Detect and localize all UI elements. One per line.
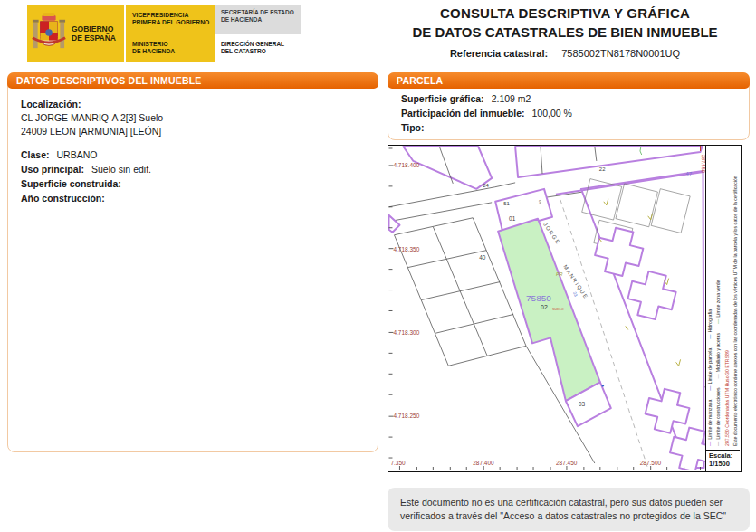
field-tipo: Tipo: xyxy=(401,121,736,135)
document-title-line1: CONSULTA DESCRIPTIVA Y GRÁFICA xyxy=(380,5,750,21)
cadastral-map-frame: 4.718.400 4.718.350 4.718.300 4.718.250 … xyxy=(388,145,742,472)
datos-descriptivos-body: Localización: CL JORGE MANRIQ-A 2[3] Sue… xyxy=(8,89,378,214)
ministerio-label: MINISTERIO DE HACIENDA xyxy=(132,41,209,55)
y-axis-label: 4.718.400 xyxy=(393,162,419,168)
legend-dash: — xyxy=(707,442,713,446)
localizacion-label: Localización: xyxy=(21,98,365,111)
document-title-line2: DE DATOS CATASTRALES DE BIEN INMUEBLE xyxy=(380,24,750,40)
datos-descriptivos-panel: DATOS DESCRIPTIVOS DEL INMUEBLE Localiza… xyxy=(7,72,378,452)
parcela-column: PARCELA Superficie gráfica: 2.109 m2 Par… xyxy=(388,72,750,532)
manzana-top-mid xyxy=(515,147,702,177)
legend-dash: — xyxy=(715,374,721,378)
field-uso-principal: Uso principal: Suelo sin edif. xyxy=(21,163,365,176)
road-number-51: 51 xyxy=(503,201,510,206)
document-title-block: CONSULTA DESCRIPTIVA Y GRÁFICA DE DATOS … xyxy=(380,5,750,59)
road-number-22: 22 xyxy=(599,166,606,172)
manzana-left-fragment xyxy=(388,215,399,233)
legend-dash: — xyxy=(715,319,721,324)
cadastral-reference: Referencia catastral: 7585002TN8178N0001… xyxy=(380,48,750,59)
scale-value: 1/1500 xyxy=(709,460,737,468)
x-axis-label: 287.450 xyxy=(556,460,578,466)
subject-parcel-green xyxy=(498,219,600,401)
y-axis-label: 4.718.350 xyxy=(393,246,419,252)
y-axis-label: 4.718.250 xyxy=(393,413,419,419)
scale-label: Escala: xyxy=(709,452,737,460)
parcel-number-02: 02 xyxy=(541,304,548,310)
legend-row-1: — Límite de manzana — Límite de parcela … xyxy=(707,147,713,446)
disclaimer-note: Este documento no es una certificación c… xyxy=(388,488,750,531)
gobierno-line1: GOBIERNO xyxy=(72,24,119,33)
spain-coat-of-arms-icon xyxy=(32,11,66,56)
legend-dash: — xyxy=(707,335,713,339)
vertex-marker xyxy=(602,385,604,386)
department-labels: SECRETARÍA DE ESTADO DE HACIENDA DIRECCI… xyxy=(215,5,301,62)
legend-item-hidrografia: — Hidrografía xyxy=(707,309,713,339)
address-line2: 24009 LEON [ARMUNIA] [LEÓN] xyxy=(21,125,365,138)
spacer xyxy=(21,138,365,147)
reference-value: 7585002TN8178N0001UQ xyxy=(561,48,680,59)
parcela-panel: PARCELA Superficie gráfica: 2.109 m2 Par… xyxy=(388,72,750,140)
legend-dash: — xyxy=(707,386,713,391)
field-superficie-construida: Superficie construida: xyxy=(21,177,365,191)
x-axis-label: 287.400 xyxy=(473,460,494,466)
address-line1: CL JORGE MANRIQ-A 2[3] Suelo xyxy=(21,111,365,125)
legend-dash: — xyxy=(715,442,721,446)
parcel-number-03: 03 xyxy=(579,401,586,407)
legend-item-mobiliario: — Mobiliario y aceras xyxy=(715,333,721,378)
government-logo-block: GOBIERNO DE ESPAÑA VICEPRESIDENCIA PRIME… xyxy=(27,5,301,62)
road-number-24: 24 xyxy=(483,183,489,188)
reference-label: Referencia catastral: xyxy=(450,48,548,59)
vertex-23-label: 23 xyxy=(572,291,579,298)
gobierno-de-espana-label: GOBIERNO DE ESPAÑA xyxy=(72,24,119,43)
parcel-number-40: 40 xyxy=(479,254,486,261)
road-number-47: 47 xyxy=(686,171,693,176)
pr-label: PR xyxy=(556,271,563,277)
ministry-labels: VICEPRESIDENCIA PRIMERA DEL GOBIERNO MIN… xyxy=(132,12,209,55)
field-ano-construccion: Año construcción: xyxy=(21,192,365,205)
datos-descriptivos-banner: DATOS DESCRIPTIVOS DEL INMUEBLE xyxy=(7,72,378,89)
parcela-body: Superficie gráfica: 2.109 m2 Participaci… xyxy=(388,89,749,139)
map-legend-rotated: — Límite de manzana — Límite de parcela … xyxy=(706,146,739,448)
legend-item-parcela: — Límite de parcela xyxy=(707,348,713,391)
direccion-general-label: DIRECCIÓN GENERAL DEL CATASTRO xyxy=(215,34,301,55)
legend-row-2: — Límite de construcciones — Mobiliario … xyxy=(715,147,721,446)
parcela-banner: PARCELA xyxy=(388,72,750,89)
cadastral-map: 4.718.400 4.718.350 4.718.300 4.718.250 … xyxy=(388,146,705,470)
field-clase: Clase: URBANO xyxy=(21,148,365,162)
legend-cert-note: Este documento electrónico contiene anex… xyxy=(732,147,738,446)
legend-item-construcciones: — Límite de construcciones xyxy=(715,387,721,446)
legend-utm-note: 287.550 Coordenadas UTM Huso 30 ETRS89 xyxy=(724,147,730,446)
scale-box: Escala: 1/1500 xyxy=(706,450,740,471)
field-superficie-grafica: Superficie gráfica: 2.109 m2 xyxy=(401,92,736,106)
vicepresidencia-label: VICEPRESIDENCIA PRIMERA DEL GOBIERNO xyxy=(132,12,209,26)
gobierno-line2: DE ESPAÑA xyxy=(72,33,119,43)
secretaria-label: SECRETARÍA DE ESTADO DE HACIENDA xyxy=(215,5,301,34)
field-participacion: Participación del inmueble: 100,00 % xyxy=(401,107,736,120)
map-legend: — Límite de manzana — Límite de parcela … xyxy=(706,146,740,450)
parcel-number-01: 01 xyxy=(509,215,516,222)
logo-divider xyxy=(124,5,126,62)
x-axis-label: 287.500 xyxy=(640,460,662,466)
manzana-number-75850: 75850 xyxy=(526,293,551,303)
legend-item-manzana: — Límite de manzana xyxy=(707,400,713,446)
x-axis-label: 7.350 xyxy=(390,460,406,466)
logo-yellow-band: GOBIERNO DE ESPAÑA VICEPRESIDENCIA PRIME… xyxy=(27,5,215,62)
legend-item-zona-verde: — Límite zona verde xyxy=(715,280,721,324)
y-axis-label: 4.718.300 xyxy=(393,329,419,336)
suelo-label: SUELO xyxy=(552,308,564,311)
corner-number-9: 9 xyxy=(539,199,541,204)
map-legend-column: — Límite de manzana — Límite de parcela … xyxy=(705,146,740,471)
